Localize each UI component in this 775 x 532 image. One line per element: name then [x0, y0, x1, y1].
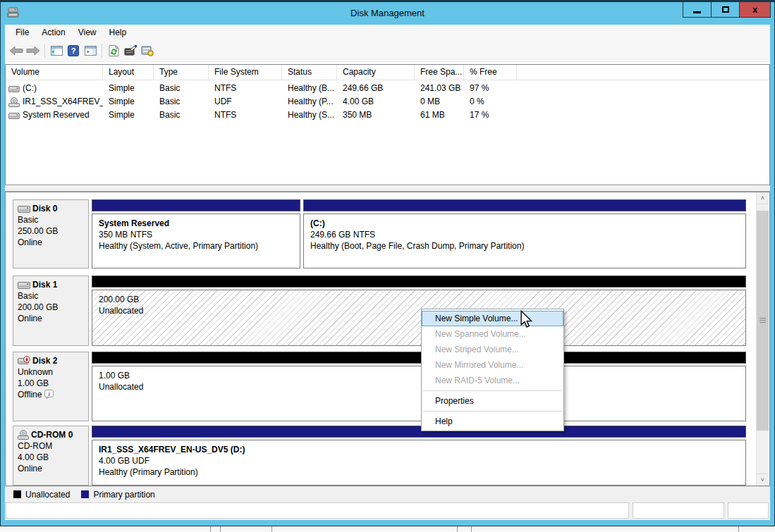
legend-label: Primary partition	[93, 490, 154, 500]
rescan-disks-button[interactable]	[139, 42, 156, 59]
info-icon: i	[44, 390, 54, 400]
legend-label: Unallocated	[25, 490, 70, 500]
disk-management-window: Disk Management x FileActionViewHelp ? V…	[0, 0, 775, 526]
volume-cell-free_space: 61 MB	[415, 109, 464, 122]
maximize-button[interactable]	[711, 1, 740, 18]
menu-view[interactable]: View	[72, 26, 103, 39]
volume-cell-status: Healthy (B...	[282, 82, 337, 95]
partition-info-box[interactable]: System Reserved350 MB NTFSHealthy (Syste…	[92, 214, 300, 268]
column-header--free[interactable]: % Free	[464, 65, 517, 80]
partition-info-box[interactable]: 1.00 GBUnallocated	[92, 366, 746, 421]
disk-info-text: Unknown	[18, 366, 53, 378]
context-menu-item-properties[interactable]: Properties	[422, 393, 563, 409]
partition[interactable]: System Reserved350 MB NTFSHealthy (Syste…	[92, 199, 300, 268]
column-header-layout[interactable]: Layout	[103, 65, 154, 80]
volume-cell-type: Basic	[154, 82, 209, 95]
partition-info-line: Unallocated	[99, 305, 739, 316]
menu-help[interactable]: Help	[103, 26, 133, 39]
volume-cell-status: Healthy (S...	[282, 109, 337, 122]
volume-cell-capacity: 249.66 GB	[337, 82, 415, 95]
volume-cell-file_system: NTFS	[209, 109, 282, 122]
disk-info-text: 200.00 GB	[18, 302, 58, 313]
disk-name-text: Disk 1	[32, 279, 57, 290]
refresh-button[interactable]	[105, 42, 122, 59]
scroll-down-button[interactable]: ˅︎	[757, 474, 769, 485]
disk-info-line: 250.00 GB	[18, 225, 84, 237]
menu-bar: FileActionViewHelp	[5, 25, 770, 40]
column-header-file-system[interactable]: File System	[209, 65, 282, 80]
partition-area: 1.00 GBUnallocated	[92, 352, 746, 421]
volume-cell-volume: System Reserved	[6, 109, 103, 122]
column-header-volume[interactable]: Volume	[6, 65, 103, 80]
title-bar[interactable]: Disk Management x	[1, 2, 774, 25]
volume-row[interactable]: System ReservedSimpleBasicNTFSHealthy (S…	[6, 109, 769, 122]
action-pane-button[interactable]	[82, 42, 99, 59]
menu-action[interactable]: Action	[35, 26, 71, 39]
legend-item: Primary partition	[81, 490, 154, 500]
scrollbar-thumb[interactable]	[757, 211, 769, 431]
status-segment	[6, 502, 629, 519]
disk-properties-icon	[124, 45, 137, 56]
disk-label[interactable]: CD-ROM 0CD-ROM4.00 GBOnline	[13, 426, 89, 485]
vertical-scrollbar[interactable]: ˄︎ ˅︎	[756, 192, 768, 485]
disk-label[interactable]: Disk 0Basic250.00 GBOnline	[13, 199, 89, 268]
back-button[interactable]	[8, 42, 25, 59]
disk-info-line: Online	[18, 463, 84, 474]
column-header-blank[interactable]	[517, 65, 769, 80]
help-button[interactable]: ?	[65, 42, 82, 59]
disk-label[interactable]: Disk 1Basic200.00 GBOnline	[13, 276, 89, 346]
partition-info-box[interactable]: IR1_SSS_X64FREV_EN-US_DV5 (D:)4.00 GB UD…	[92, 440, 746, 485]
context-menu-item-new-striped-volume[interactable]: New Striped Volume...	[422, 342, 563, 357]
window-content: FileActionViewHelp ? VolumeLayoutTypeFil…	[5, 25, 770, 520]
partition[interactable]: IR1_SSS_X64FREV_EN-US_DV5 (D:)4.00 GB UD…	[92, 426, 746, 485]
close-icon: x	[752, 4, 757, 15]
window-title: Disk Management	[1, 8, 774, 18]
context-menu-item-new-raid-5-volume[interactable]: New RAID-5 Volume...	[422, 373, 563, 388]
column-header-free-spa[interactable]: Free Spa...	[415, 65, 464, 80]
toolbar-group	[105, 42, 156, 59]
column-header-status[interactable]: Status	[282, 65, 337, 80]
volume-row[interactable]: (C:)SimpleBasicNTFSHealthy (B...249.66 G…	[6, 82, 769, 95]
disk-info-text: 4.00 GB	[18, 452, 49, 463]
scroll-up-button[interactable]: ˄︎	[757, 192, 769, 204]
forward-button[interactable]	[25, 42, 42, 59]
context-menu-item-new-mirrored-volume[interactable]: New Mirrored Volume...	[422, 357, 563, 373]
console-tree-button[interactable]	[48, 42, 65, 59]
primary-partition-bar	[92, 426, 746, 438]
context-menu-item-new-spanned-volume[interactable]: New Spanned Volume...	[422, 326, 563, 342]
pane-splitter[interactable]	[5, 185, 770, 192]
context-menu-item-new-simple-volume[interactable]: New Simple Volume...	[422, 311, 563, 326]
disk-name-text: Disk 0	[32, 203, 57, 214]
disk-row-cd-rom-0: CD-ROM 0CD-ROM4.00 GBOnlineIR1_SSS_X64FR…	[6, 426, 769, 485]
disk-info-text: 250.00 GB	[18, 225, 58, 237]
partition[interactable]: 1.00 GBUnallocated	[92, 352, 746, 421]
context-menu-item-help[interactable]: Help	[422, 414, 563, 429]
volume-cell-type: Basic	[154, 109, 209, 122]
disk-properties-button[interactable]	[122, 42, 139, 59]
menu-file[interactable]: File	[9, 26, 35, 39]
disk-label[interactable]: Disk 2Unknown1.00 GBOfflinei	[13, 352, 89, 421]
partition-area: 200.00 GBUnallocated	[92, 276, 746, 346]
disk-offline-icon	[18, 356, 30, 366]
column-header-type[interactable]: Type	[154, 65, 209, 80]
scrollbar-grip-icon	[759, 318, 766, 323]
partition[interactable]: 200.00 GBUnallocated	[92, 276, 746, 346]
disk-row-disk-1: Disk 1Basic200.00 GBOnline200.00 GBUnall…	[6, 276, 769, 346]
disk-info-text: Online	[18, 313, 42, 324]
minimize-button[interactable]	[683, 1, 712, 18]
partition-info-box[interactable]: 200.00 GBUnallocated	[92, 290, 746, 346]
drive-icon	[8, 111, 20, 120]
menu-separator	[423, 411, 562, 412]
partition-info-line: 1.00 GB	[99, 370, 739, 381]
disk-info-line: 1.00 GB	[18, 378, 84, 389]
volume-row[interactable]: IR1_SSS_X64FREV_...SimpleBasicUDFHealthy…	[6, 95, 769, 109]
partition-info-box[interactable]: (C:)249.66 GB NTFSHealthy (Boot, Page Fi…	[303, 214, 746, 268]
partition[interactable]: (C:)249.66 GB NTFSHealthy (Boot, Page Fi…	[303, 199, 746, 268]
volume-cell-type: Basic	[154, 95, 209, 109]
volume-name: (C:)	[23, 82, 37, 95]
column-header-capacity[interactable]: Capacity	[337, 65, 415, 80]
cd-drive-icon	[8, 97, 20, 107]
close-button[interactable]: x	[739, 1, 771, 18]
toolbar-group	[8, 42, 42, 59]
partition-info-line: Healthy (System, Active, Primary Partiti…	[99, 240, 293, 252]
